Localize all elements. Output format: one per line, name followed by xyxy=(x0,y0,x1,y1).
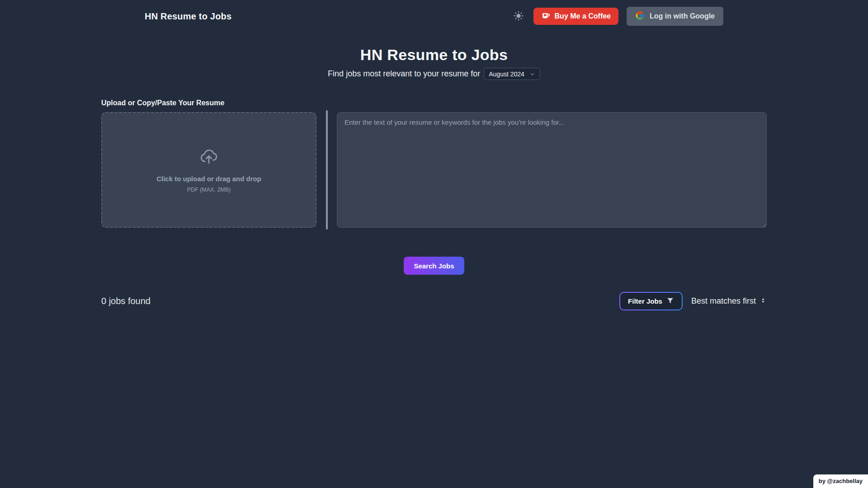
vertical-divider xyxy=(326,110,328,230)
page-title: HN Resume to Jobs xyxy=(0,46,868,64)
filter-jobs-label: Filter Jobs xyxy=(628,297,662,305)
author-credit-badge[interactable]: by @zachbellay xyxy=(813,474,868,488)
month-select[interactable]: August 2024 xyxy=(484,68,540,80)
resume-section-label: Upload or Copy/Paste Your Resume xyxy=(101,99,767,107)
upload-secondary-text: PDF (MAX. 2MB) xyxy=(187,187,231,193)
sort-arrows-icon xyxy=(760,297,767,306)
brand-title[interactable]: HN Resume to Jobs xyxy=(145,11,231,22)
google-login-button[interactable]: Log in with Google xyxy=(627,7,723,26)
upload-primary-text: Click to upload or drag and drop xyxy=(156,175,261,183)
sun-icon xyxy=(514,11,524,22)
sort-select-value: Best matches first xyxy=(691,296,756,306)
coffee-cup-heart-icon xyxy=(541,11,551,22)
cloud-upload-icon xyxy=(199,147,218,168)
resume-upload-dropzone[interactable]: Click to upload or drag and drop PDF (MA… xyxy=(101,112,316,228)
top-bar-actions: Buy Me a Coffee Log in with Google xyxy=(512,7,723,26)
resume-text-input[interactable] xyxy=(337,112,767,228)
results-controls: Filter Jobs Best matches first xyxy=(619,292,767,310)
buy-me-a-coffee-button[interactable]: Buy Me a Coffee xyxy=(533,8,618,25)
filter-jobs-button[interactable]: Filter Jobs xyxy=(619,292,683,310)
search-jobs-button[interactable]: Search Jobs xyxy=(404,257,464,275)
month-select-value: August 2024 xyxy=(489,70,524,78)
results-bar: 0 jobs found Filter Jobs Best matches fi… xyxy=(101,292,767,310)
theme-toggle-button[interactable] xyxy=(512,9,525,24)
resume-input-row: Click to upload or drag and drop PDF (MA… xyxy=(101,112,767,228)
jobs-count: 0 jobs found xyxy=(101,296,151,306)
hero-subtitle: Find jobs most relevant to your resume f… xyxy=(328,69,480,79)
main-content: Upload or Copy/Paste Your Resume Click t… xyxy=(101,99,767,310)
search-area: Search Jobs xyxy=(101,257,767,275)
chevron-down-icon xyxy=(529,71,535,79)
buy-me-a-coffee-label: Buy Me a Coffee xyxy=(555,12,611,20)
sort-select[interactable]: Best matches first xyxy=(691,296,767,306)
hero-subtitle-row: Find jobs most relevant to your resume f… xyxy=(0,68,868,80)
top-bar: HN Resume to Jobs Buy Me a Coffee Log in… xyxy=(145,0,723,28)
hero: HN Resume to Jobs Find jobs most relevan… xyxy=(0,46,868,80)
funnel-icon xyxy=(666,297,674,306)
google-g-icon xyxy=(635,11,645,22)
google-login-label: Log in with Google xyxy=(650,12,715,20)
